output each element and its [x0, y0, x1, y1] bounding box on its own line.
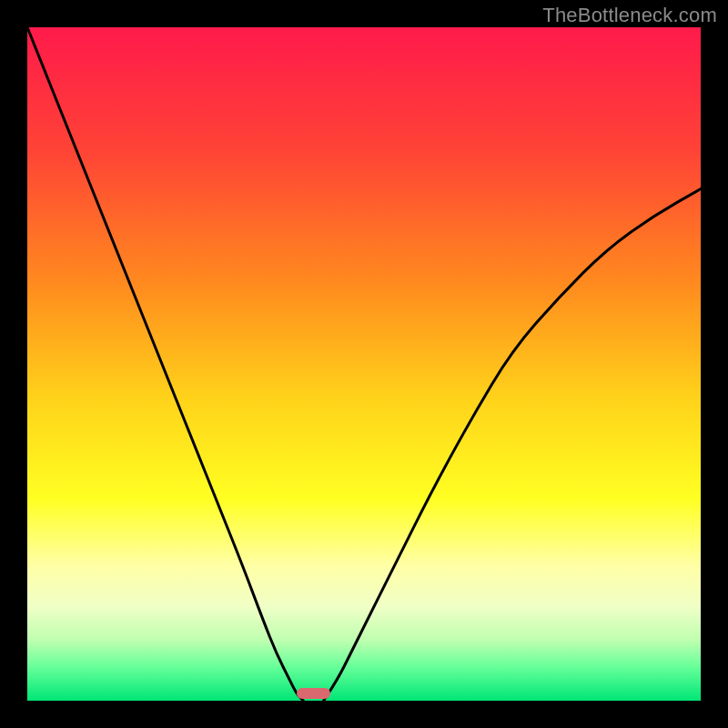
optimum-marker [297, 688, 330, 699]
chart-frame: TheBottleneck.com [0, 0, 728, 728]
plot-area [27, 27, 701, 701]
bottleneck-curve [27, 27, 701, 701]
curve-left [27, 27, 303, 701]
watermark-text: TheBottleneck.com [542, 4, 717, 27]
curve-right [324, 189, 701, 701]
